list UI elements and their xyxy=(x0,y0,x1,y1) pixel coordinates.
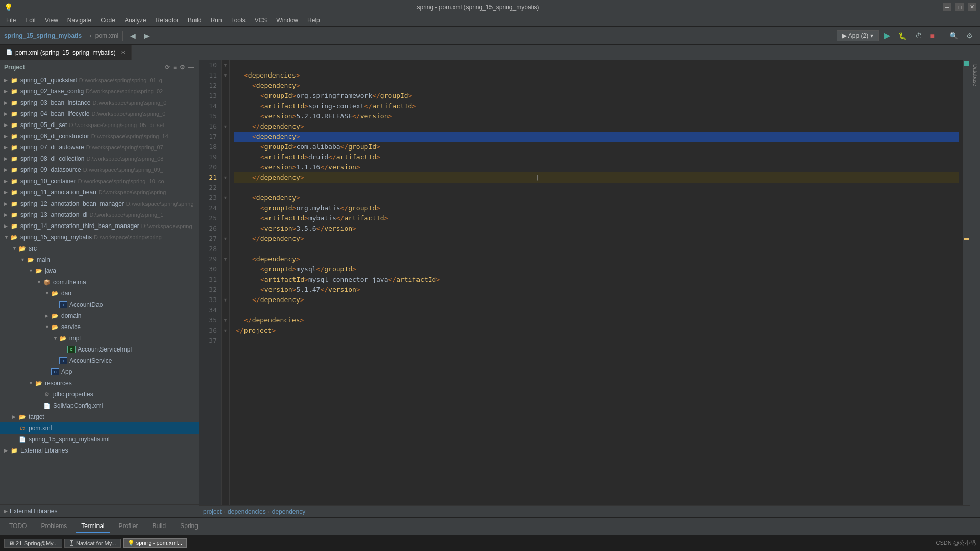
tab-todo[interactable]: TODO xyxy=(4,520,32,533)
fold-btn-11[interactable]: ▼ xyxy=(223,63,228,68)
tree-item-main[interactable]: ▼ 📂 main xyxy=(0,254,199,265)
fold-btn-33[interactable]: ▼ xyxy=(223,297,228,303)
code-text-25: <artifactId>mybatis</artifactId> xyxy=(260,213,388,223)
tree-item-spring13[interactable]: ▶ 📁 spring_13_annotation_di D:\workspace… xyxy=(0,209,199,220)
tree-item-target[interactable]: ▶ 📂 target xyxy=(0,411,199,422)
tab-pom-xml[interactable]: 📄 pom.xml (spring_15_spring_mybatis) ✕ xyxy=(0,45,132,60)
breadcrumb-dependencies[interactable]: dependencies xyxy=(228,508,266,515)
database-tab[interactable]: Database xyxy=(971,62,979,88)
breadcrumb-dependency[interactable]: dependency xyxy=(272,508,305,515)
tree-item-spring09[interactable]: ▶ 📁 spring_09_datasource D:\workspace\sp… xyxy=(0,164,199,176)
menu-item-build[interactable]: Build xyxy=(184,16,206,25)
tree-item-spring14[interactable]: ▶ 📁 spring_14_annotation_third_bean_mana… xyxy=(0,220,199,232)
menu-item-view[interactable]: View xyxy=(41,16,62,25)
tab-build[interactable]: Build xyxy=(148,520,172,533)
fold-btn-29[interactable]: ▼ xyxy=(223,257,228,262)
tree-item-accountservice[interactable]: I AccountService xyxy=(0,355,199,366)
sync-icon[interactable]: ⟳ xyxy=(165,64,170,71)
menu-item-window[interactable]: Window xyxy=(272,16,302,25)
path-spring04: D:\workspace\spring\spring_0 xyxy=(91,111,165,117)
tree-item-accountserviceimpl[interactable]: C AccountServiceImpl xyxy=(0,344,199,355)
breadcrumb-project[interactable]: project xyxy=(203,508,222,515)
tab-problems[interactable]: Problems xyxy=(36,520,72,533)
collapse-icon[interactable]: ≡ xyxy=(173,64,177,71)
back-button[interactable]: ◀ xyxy=(127,30,139,41)
code-content[interactable]: <dependencies> <dependency> <groupId>org… xyxy=(230,60,963,505)
menu-item-analyze[interactable]: Analyze xyxy=(120,16,151,25)
menu-item-tools[interactable]: Tools xyxy=(227,16,250,25)
tree-item-spring10[interactable]: ▶ 📁 spring_10_container D:\workspace\spr… xyxy=(0,176,199,187)
menu-item-run[interactable]: Run xyxy=(207,16,226,25)
tree-item-src[interactable]: ▼ 📂 src xyxy=(0,243,199,254)
tree-item-pom-xml[interactable]: 🗂 pom.xml xyxy=(0,422,199,434)
tree-item-resources[interactable]: ▼ 📂 resources xyxy=(0,378,199,389)
fold-btn-36[interactable]: ▼ xyxy=(223,328,228,333)
tree-item-accountdao[interactable]: I AccountDao xyxy=(0,299,199,310)
tree-item-spring08[interactable]: ▶ 📁 spring_08_di_collection D:\workspace… xyxy=(0,153,199,164)
tree-item-impl[interactable]: ▼ 📂 impl xyxy=(0,333,199,344)
tree-item-spring07[interactable]: ▶ 📁 spring_07_di_autoware D:\workspace\s… xyxy=(0,142,199,153)
menu-item-navigate[interactable]: Navigate xyxy=(63,16,95,25)
forward-button[interactable]: ▶ xyxy=(141,30,153,41)
tree-item-domain[interactable]: ▶ 📂 domain xyxy=(0,310,199,321)
tree-item-spring05[interactable]: ▶ 📁 spring_05_di_set D:\workspace\spring… xyxy=(0,119,199,131)
tree-item-spring06[interactable]: ▶ 📁 spring_06_di_constructor D:\workspac… xyxy=(0,131,199,142)
code-text-23: <dependency> xyxy=(252,193,300,203)
menu-item-vcs[interactable]: VCS xyxy=(251,16,272,25)
tree-item-sqlmapconfig[interactable]: 📄 SqlMapConfig.xml xyxy=(0,400,199,411)
tree-item-jdbc-properties[interactable]: ⚙ jdbc.properties xyxy=(0,389,199,400)
app-dropdown[interactable]: ▶ App (2) ▾ xyxy=(837,30,878,41)
filter-icon[interactable]: ⚙ xyxy=(180,64,185,71)
tab-spring[interactable]: Spring xyxy=(175,520,203,533)
gutter-warning-mark[interactable] xyxy=(964,238,969,240)
tree-item-dao[interactable]: ▼ 📂 dao xyxy=(0,288,199,299)
close-button[interactable]: ✕ xyxy=(968,3,976,11)
settings-button[interactable]: ⚙ xyxy=(963,30,976,41)
stop-button[interactable]: ■ xyxy=(927,30,938,41)
tab-close-pom[interactable]: ✕ xyxy=(121,49,125,55)
tree-item-spring15[interactable]: ▼ 📂 spring_15_spring_mybatis D:\workspac… xyxy=(0,232,199,243)
fold-btn-23[interactable]: ▼ xyxy=(223,195,228,201)
close-sidebar-icon[interactable]: — xyxy=(188,64,194,71)
menu-item-help[interactable]: Help xyxy=(303,16,324,25)
menu-item-edit[interactable]: Edit xyxy=(21,16,40,25)
search-button[interactable]: 🔍 xyxy=(946,30,961,41)
taskbar-item-3[interactable]: 💡 spring - pom.xml... xyxy=(123,538,187,548)
scratches-item[interactable]: ▶ External Libraries xyxy=(0,504,199,517)
run-button[interactable]: ▶ xyxy=(881,29,893,42)
fold-btn-12[interactable]: ▼ xyxy=(223,73,228,78)
tree-item-external-libs[interactable]: ▶ 📁 External Libraries xyxy=(0,445,199,456)
code-text-14: <artifactId>spring-context</artifactId> xyxy=(260,101,416,111)
label-spring14: spring_14_annotation_third_bean_manager xyxy=(20,222,139,230)
gutter-ok-mark[interactable] xyxy=(964,61,969,66)
arrow-dao: ▼ xyxy=(45,291,51,296)
maximize-button[interactable]: □ xyxy=(955,3,964,11)
fold-btn-35[interactable]: ▼ xyxy=(223,318,228,323)
tree-item-spring03[interactable]: ▶ 📁 spring_03_bean_instance D:\workspace… xyxy=(0,97,199,108)
tab-terminal[interactable]: Terminal xyxy=(76,520,109,533)
debug-button[interactable]: 🐛 xyxy=(895,30,910,41)
menu-item-file[interactable]: File xyxy=(2,16,20,25)
menu-item-refactor[interactable]: Refactor xyxy=(152,16,183,25)
tree-item-spring01[interactable]: ▶ 📁 spring_01_quickstart D:\workspace\sp… xyxy=(0,74,199,86)
fold-btn-27[interactable]: ▼ xyxy=(223,236,228,241)
fold-btn-21[interactable]: ▼ xyxy=(223,175,228,180)
tree-item-service[interactable]: ▼ 📂 service xyxy=(0,321,199,333)
tree-item-com-itheima[interactable]: ▼ 📦 com.itheima xyxy=(0,277,199,288)
tree-item-spring04[interactable]: ▶ 📁 spring_04_bean_lifecycle D:\workspac… xyxy=(0,108,199,119)
minimize-button[interactable]: ─ xyxy=(943,3,951,11)
tree-item-java[interactable]: ▼ 📂 java xyxy=(0,265,199,277)
taskbar-item-2[interactable]: 🗄 Navicat for My... xyxy=(64,539,121,548)
label-spring03: spring_03_bean_instance xyxy=(20,99,90,106)
tree-item-spring02[interactable]: ▶ 📁 spring_02_base_config D:\workspace\s… xyxy=(0,86,199,97)
interface-icon-accountservice: I xyxy=(59,357,67,364)
fold-btn-17[interactable]: ▼ xyxy=(223,124,228,129)
taskbar-item-1[interactable]: 🖥 21-Spring@My... xyxy=(4,539,62,548)
tree-item-iml[interactable]: 📄 spring_15_spring_mybatis.iml xyxy=(0,434,199,445)
menu-item-code[interactable]: Code xyxy=(96,16,119,25)
tree-item-app[interactable]: C App xyxy=(0,366,199,378)
profile-button[interactable]: ⏱ xyxy=(912,30,925,41)
tree-item-spring12[interactable]: ▶ 📁 spring_12_annotation_bean_manager D:… xyxy=(0,198,199,209)
tree-item-spring11[interactable]: ▶ 📁 spring_11_annotation_bean D:\workspa… xyxy=(0,187,199,198)
tab-profiler[interactable]: Profiler xyxy=(114,520,143,533)
